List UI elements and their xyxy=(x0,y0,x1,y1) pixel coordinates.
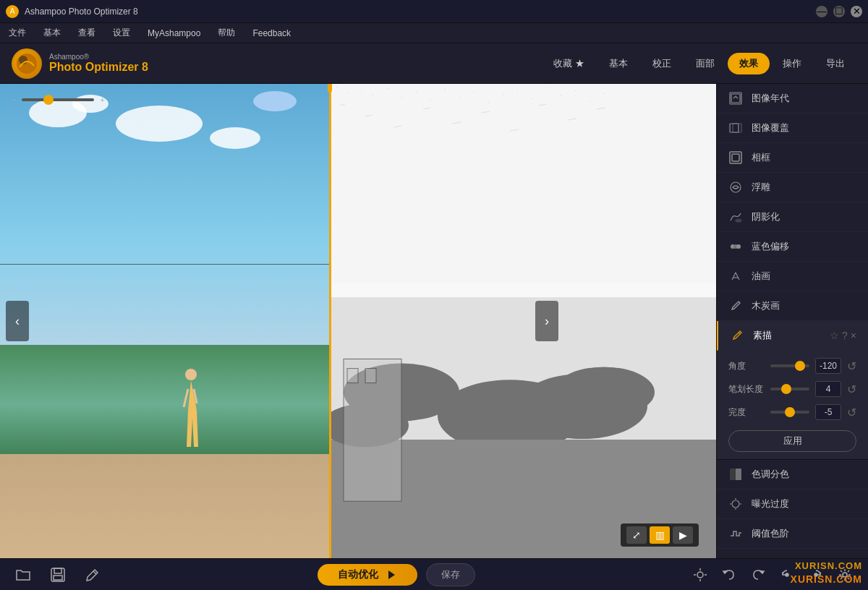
split-line[interactable] xyxy=(329,84,331,558)
menu-item-myashampoo[interactable]: MyAshampoo xyxy=(145,27,203,40)
rotate-left-button[interactable] xyxy=(775,563,799,586)
info-action[interactable]: ? xyxy=(842,330,848,341)
zoom-thumb[interactable] xyxy=(43,95,54,105)
prev-button[interactable]: ‹ xyxy=(6,301,29,341)
expand-view-button[interactable]: ⤢ xyxy=(626,526,647,544)
stroke-length-thumb[interactable] xyxy=(781,384,791,394)
svg-rect-4 xyxy=(336,87,337,88)
redo-button[interactable] xyxy=(746,563,770,586)
angle-value: -120 xyxy=(815,358,841,374)
effect-item-charcoal[interactable]: 木炭画 xyxy=(717,291,868,321)
charcoal-icon xyxy=(728,299,743,313)
menu-item-基本[interactable]: 基本 xyxy=(41,25,64,40)
effect-item-threshold[interactable]: 阈值色阶 xyxy=(717,519,868,549)
adaptive-threshold-label: 自适应阈值色阶 xyxy=(752,557,817,558)
main-area: ‹ › − + ⤢ ▥ ▶ 图像年代图像覆盖相框浮雕阴影化蓝色偏移油画木炭画素描… xyxy=(0,84,868,558)
svg-point-67 xyxy=(697,572,703,578)
charcoal-label: 木炭画 xyxy=(752,299,780,312)
effect-item-emboss[interactable]: 浮雕 xyxy=(717,173,868,202)
sand-bg xyxy=(0,454,329,558)
zoom-slider[interactable]: − + xyxy=(12,95,105,104)
effect-item-image-overlay[interactable]: 图像覆盖 xyxy=(717,114,868,143)
undo-button[interactable] xyxy=(718,563,741,586)
stroke-length-reset[interactable]: ↺ xyxy=(847,382,856,396)
edit-tool-button[interactable] xyxy=(689,563,712,586)
effect-item-sketch[interactable]: 素描☆?× xyxy=(717,321,868,351)
single-view-button[interactable]: ▶ xyxy=(673,526,693,544)
effect-item-adaptive-threshold[interactable]: 自适应阈值色阶 xyxy=(717,549,868,558)
svg-point-51 xyxy=(731,182,741,192)
tone-split-icon xyxy=(728,467,743,482)
sketch-label: 素描 xyxy=(753,329,772,342)
svg-rect-42 xyxy=(347,369,358,383)
image-overlay-label: 图像覆盖 xyxy=(752,121,789,134)
nav-tab-5[interactable]: 操作 xyxy=(771,53,813,74)
nav-tab-2[interactable]: 校正 xyxy=(641,53,683,74)
svg-point-58 xyxy=(732,500,739,508)
open-folder-button[interactable] xyxy=(12,563,35,586)
completeness-reset[interactable]: ↺ xyxy=(847,406,856,419)
effect-item-blue-shift[interactable]: 蓝色偏移 xyxy=(717,232,868,262)
effect-item-overexpose[interactable]: 曝光过度 xyxy=(717,489,868,519)
sketch-svg xyxy=(329,84,716,558)
maximize-button[interactable]: ☐ xyxy=(833,6,845,17)
photo-original xyxy=(0,84,329,558)
close-button[interactable]: ✕ xyxy=(851,6,862,17)
zoom-minus[interactable]: − xyxy=(12,95,16,104)
effect-item-oil-paint[interactable]: 油画 xyxy=(717,262,868,291)
svg-rect-21 xyxy=(575,90,576,91)
svg-rect-14 xyxy=(474,92,475,93)
nav-tab-0[interactable]: 收藏 ★ xyxy=(542,53,596,74)
svg-rect-64 xyxy=(54,568,61,573)
effect-item-tone-split[interactable]: 色调分色 xyxy=(717,460,868,489)
menu-item-设置[interactable]: 设置 xyxy=(110,25,133,40)
effect-item-frame[interactable]: 相框 xyxy=(717,143,868,173)
help-action[interactable]: × xyxy=(851,330,856,341)
menu-item-文件[interactable]: 文件 xyxy=(6,25,29,40)
angle-reset[interactable]: ↺ xyxy=(847,359,856,373)
angle-track[interactable] xyxy=(770,364,809,367)
menu-item-feedback[interactable]: Feedback xyxy=(250,27,294,40)
svg-rect-48 xyxy=(733,124,741,132)
effect-item-shadow[interactable]: 阴影化 xyxy=(717,202,868,232)
control-row-angle: 角度 -120 ↺ xyxy=(728,358,856,374)
shadow-label: 阴影化 xyxy=(752,210,780,223)
image-overlay-icon xyxy=(728,121,743,135)
logo-icon xyxy=(12,48,42,79)
angle-thumb[interactable] xyxy=(795,361,805,371)
completeness-track[interactable] xyxy=(770,411,809,414)
apply-effect-button[interactable]: 应用 xyxy=(728,430,856,452)
bottom-center-actions: 自动优化 保存 xyxy=(318,563,475,586)
minimize-button[interactable]: — xyxy=(816,6,827,17)
nav-tab-1[interactable]: 基本 xyxy=(597,53,639,74)
angle-label: 角度 xyxy=(728,360,765,372)
completeness-thumb[interactable] xyxy=(785,407,795,417)
control-row-completeness: 完度 -5 ↺ xyxy=(728,404,856,420)
svg-rect-11 xyxy=(430,100,431,101)
svg-point-2 xyxy=(185,369,197,380)
effect-item-image-age[interactable]: 图像年代 xyxy=(717,84,868,114)
menubar: 文件基本查看设置MyAshampoo帮助Feedback xyxy=(0,23,868,43)
split-view-button[interactable]: ▥ xyxy=(650,526,670,544)
cloud-4 xyxy=(210,127,260,149)
rotate-right-button[interactable] xyxy=(804,563,827,586)
next-button[interactable]: › xyxy=(535,301,558,341)
auto-optimize-button[interactable]: 自动优化 xyxy=(318,564,417,586)
save-folder-button[interactable] xyxy=(46,563,69,586)
nav-tab-4[interactable]: 效果 xyxy=(728,53,770,74)
menu-item-查看[interactable]: 查看 xyxy=(75,25,98,40)
nav-tab-6[interactable]: 导出 xyxy=(814,53,856,74)
view-controls: ⤢ ▥ ▶ xyxy=(621,523,699,547)
oil-paint-label: 油画 xyxy=(752,270,770,283)
settings-button[interactable] xyxy=(833,563,856,586)
brush-tool-button[interactable] xyxy=(81,563,104,586)
svg-rect-17 xyxy=(517,90,518,90)
zoom-plus[interactable]: + xyxy=(100,95,104,104)
menu-item-帮助[interactable]: 帮助 xyxy=(215,25,238,40)
nav-tab-3[interactable]: 面部 xyxy=(684,53,726,74)
stroke-length-track[interactable] xyxy=(770,388,809,390)
window-controls[interactable]: — ☐ ✕ xyxy=(816,6,862,17)
svg-rect-43 xyxy=(365,369,376,383)
star-action[interactable]: ☆ xyxy=(830,330,839,341)
save-button[interactable]: 保存 xyxy=(426,563,475,586)
